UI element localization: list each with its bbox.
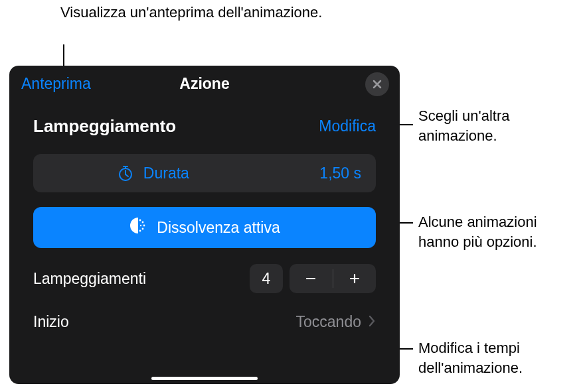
option-button-label: Dissolvenza attiva — [157, 219, 280, 237]
dissolve-option-button[interactable]: Dissolvenza attiva — [33, 207, 376, 248]
minus-icon — [304, 272, 317, 285]
callout-start: Modifica i tempi dell'animazione. — [418, 338, 581, 377]
dissolve-icon — [129, 216, 147, 239]
svg-point-1 — [139, 220, 141, 222]
blinks-value: 4 — [250, 264, 283, 293]
start-label: Inizio — [33, 313, 296, 331]
chevron-right-icon — [368, 315, 376, 330]
duration-label: Durata — [143, 164, 320, 182]
panel-title: Azione — [179, 75, 229, 93]
svg-point-2 — [142, 222, 144, 224]
start-row[interactable]: Inizio Toccando — [33, 313, 376, 331]
blinks-stepper-controls — [290, 264, 376, 293]
panel-header: Anteprima Azione — [9, 68, 400, 100]
close-button[interactable] — [365, 72, 389, 96]
callout-options: Alcune animazioni hanno più opzioni. — [418, 212, 581, 251]
callout-modify: Scegli un'altra animazione. — [418, 106, 581, 145]
timer-icon — [117, 164, 134, 182]
plus-icon — [348, 272, 361, 285]
blinks-row: Lampeggiamenti 4 — [33, 264, 376, 293]
modify-animation-button[interactable]: Modifica — [319, 117, 376, 135]
start-value: Toccando — [296, 313, 361, 331]
svg-point-3 — [143, 225, 145, 227]
preview-button[interactable]: Anteprima — [21, 75, 91, 93]
blinks-label: Lampeggiamenti — [33, 270, 250, 288]
svg-point-5 — [139, 230, 141, 232]
blinks-stepper: 4 — [250, 264, 376, 293]
animation-subheader: Lampeggiamento Modifica — [9, 100, 400, 142]
home-grabber — [151, 377, 258, 380]
callout-preview: Visualizza un'anteprima dell'animazione. — [60, 3, 322, 23]
svg-point-6 — [140, 225, 141, 226]
animation-name-label: Lampeggiamento — [33, 116, 176, 137]
close-icon — [372, 79, 382, 90]
duration-slider[interactable]: Durata 1,50 s — [33, 154, 376, 192]
stepper-increment[interactable] — [333, 264, 376, 293]
animation-panel: Anteprima Azione Lampeggiamento Modifica… — [9, 66, 400, 384]
svg-point-4 — [142, 228, 144, 230]
stepper-decrement[interactable] — [290, 264, 333, 293]
duration-value: 1,50 s — [319, 164, 361, 182]
